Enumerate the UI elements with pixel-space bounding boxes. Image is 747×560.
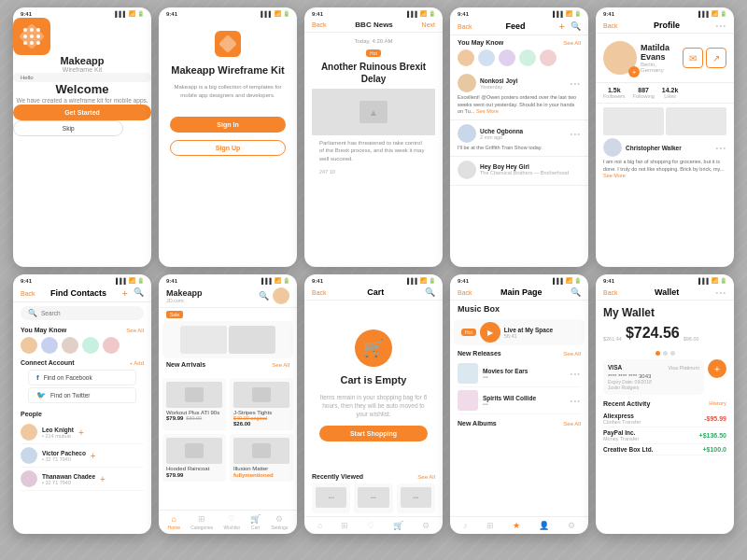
search-box[interactable]: 🔍 bbox=[21, 306, 144, 320]
search-mag-icon: 🔍 bbox=[28, 309, 37, 317]
rv-item-1[interactable]: ••• bbox=[312, 483, 350, 513]
share-icon[interactable]: ↗ bbox=[706, 48, 726, 68]
categories-icon: ⊞ bbox=[198, 514, 205, 524]
post-menu-p[interactable]: ••• bbox=[716, 144, 726, 152]
facebook-connect[interactable]: f Find on Facebook bbox=[28, 370, 136, 385]
search-input[interactable] bbox=[41, 310, 120, 316]
search-icon-4[interactable]: 🔍 bbox=[571, 21, 581, 31]
add-icon-4[interactable]: + bbox=[559, 21, 565, 32]
see-all-shop[interactable]: See All bbox=[272, 362, 289, 368]
app-sub: Wireframe Kit bbox=[13, 66, 151, 73]
post1-menu[interactable]: ••• bbox=[571, 79, 581, 88]
fb-label: Find on Facebook bbox=[44, 374, 92, 381]
start-shopping-button[interactable]: Start Shopping bbox=[319, 426, 428, 441]
signup-button[interactable]: Sign Up bbox=[170, 140, 286, 156]
back-button-5[interactable]: Back bbox=[603, 22, 618, 29]
avatar-1 bbox=[458, 49, 474, 66]
add-card-button[interactable]: + bbox=[708, 359, 726, 378]
track2-menu[interactable]: ••• bbox=[571, 397, 581, 405]
hot-badge-music: Hot bbox=[461, 329, 476, 336]
add-icon-6[interactable]: + bbox=[122, 287, 128, 299]
nav-cart[interactable]: 🛒 Cart bbox=[250, 514, 261, 530]
product-4[interactable]: Illusion Matter fullymentioned bbox=[230, 434, 293, 482]
nav-listens-9[interactable]: ♪ bbox=[463, 521, 468, 530]
get-started-button[interactable]: Get Started bbox=[13, 105, 151, 120]
intro-title: Makeapp Wireframe Kit bbox=[171, 64, 285, 76]
settings-icon-9: ⚙ bbox=[568, 521, 575, 530]
phone-profile: 9:41 ▌▌▌ 📶 🔋 Back Profile ••• + Matilda … bbox=[596, 7, 734, 267]
post1-more[interactable]: See More bbox=[476, 108, 499, 114]
post2-menu[interactable]: ••• bbox=[571, 130, 581, 138]
creative-name: Creative Box Ltd. bbox=[603, 446, 653, 453]
post1-time: Yesterday bbox=[480, 84, 517, 90]
victor-add-button[interactable]: + bbox=[91, 451, 96, 461]
search-icon-6[interactable]: 🔍 bbox=[134, 287, 144, 299]
logo-inner bbox=[218, 35, 237, 53]
nav-profile-9[interactable]: 👤 bbox=[539, 521, 549, 530]
back-button-9[interactable]: Back bbox=[458, 289, 472, 296]
home-label: Home bbox=[168, 525, 180, 530]
intro-desc: Makeapp is a big collection of templates… bbox=[170, 83, 286, 100]
profile-menu[interactable]: ••• bbox=[716, 21, 726, 30]
product-2[interactable]: J-Stripes Tights $49.99 original $26.00 bbox=[230, 378, 293, 430]
rv-item-3[interactable]: ••• bbox=[397, 483, 435, 513]
back-button-3[interactable]: Back bbox=[312, 21, 327, 28]
nav-categories[interactable]: ⊞ Categories bbox=[190, 514, 213, 530]
visa-card[interactable]: VISA Visa Platinum **** **** **** 3043 E… bbox=[603, 359, 704, 395]
nav-settings-8[interactable]: ⚙ bbox=[422, 521, 430, 530]
signin-button[interactable]: Sign In bbox=[170, 117, 286, 133]
back-button-6[interactable]: Back bbox=[21, 290, 35, 297]
app-logo bbox=[13, 18, 50, 55]
play-button[interactable]: ▶ bbox=[480, 322, 500, 343]
product-1[interactable]: Workout Plus ATI 90s $79.99 $89.99 bbox=[162, 378, 226, 430]
message-icon[interactable]: ✉ bbox=[683, 48, 703, 68]
thanawan-add-button[interactable]: + bbox=[100, 474, 106, 484]
balance-main-amount: $724.56 bbox=[626, 325, 680, 342]
wallet-menu[interactable]: ••• bbox=[716, 288, 726, 297]
user-avatar-7[interactable] bbox=[273, 287, 289, 304]
leo-add-button[interactable]: + bbox=[78, 427, 84, 438]
nav-discover-9[interactable]: ⊞ bbox=[486, 521, 494, 530]
nav-home[interactable]: ⌂ Home bbox=[168, 514, 180, 530]
bottom-nav-7: ⌂ Home ⊞ Categories ♡ Wishlist 🛒 Cart ⚙ … bbox=[159, 510, 297, 534]
nav-settings-9[interactable]: ⚙ bbox=[568, 521, 575, 530]
post-more-p[interactable]: See More bbox=[603, 173, 626, 178]
search-icon-8[interactable]: 🔍 bbox=[425, 287, 435, 297]
nav-categories-8[interactable]: ⊞ bbox=[341, 521, 348, 530]
search-icon-7[interactable]: 🔍 bbox=[259, 291, 269, 301]
aliexpress-sub: Clothes Transfer bbox=[603, 419, 641, 425]
twitter-connect[interactable]: 🐦 Find on Twitter bbox=[28, 387, 136, 403]
see-all-music2[interactable]: See All bbox=[563, 421, 581, 427]
nav-home-8[interactable]: ⌂ bbox=[317, 521, 322, 530]
profile-stats: 1.5k Followers 887 Following 14.2k Likes bbox=[596, 83, 734, 104]
track1-name: Movies for Ears bbox=[483, 368, 566, 374]
wallet-main-title: My Wallet bbox=[603, 306, 726, 319]
product-3[interactable]: Hooded Raincoat $79.99 bbox=[162, 434, 226, 482]
back-button-4[interactable]: Back bbox=[458, 23, 472, 30]
skip-button[interactable]: Skip bbox=[13, 120, 123, 136]
post2-text-p: I am not a big fan of shopping for groce… bbox=[603, 159, 726, 180]
nav-wishlist[interactable]: ♡ Wishlist bbox=[224, 514, 240, 530]
people-title: People bbox=[21, 411, 42, 417]
nav-fav-9[interactable]: ★ bbox=[513, 521, 520, 530]
rv-item-2[interactable]: ••• bbox=[354, 483, 392, 513]
time-3: 9:41 bbox=[312, 11, 323, 17]
see-all-6[interactable]: See All bbox=[126, 328, 144, 333]
nav-settings[interactable]: ⚙ Settings bbox=[271, 514, 288, 530]
see-all-4[interactable]: See All bbox=[563, 40, 581, 46]
activity-creative: Creative Box Ltd. +$100.0 bbox=[603, 444, 726, 455]
promo-banner bbox=[162, 321, 293, 358]
next-button-3[interactable]: Next bbox=[422, 21, 435, 28]
add-label-6[interactable]: + Add bbox=[129, 360, 144, 366]
history-link[interactable]: History bbox=[709, 400, 726, 407]
search-icon-9[interactable]: 🔍 bbox=[571, 287, 581, 297]
back-button-10[interactable]: Back bbox=[603, 289, 618, 296]
back-button-8[interactable]: Back bbox=[312, 289, 327, 296]
nav-wishlist-8[interactable]: ♡ bbox=[367, 521, 374, 530]
see-all-cart[interactable]: See All bbox=[417, 474, 435, 480]
track1-menu[interactable]: ••• bbox=[571, 370, 581, 378]
shop-logo: Makeapp bbox=[166, 288, 203, 298]
see-all-music1[interactable]: See All bbox=[563, 351, 581, 357]
add-avatar-button[interactable]: + bbox=[628, 66, 640, 77]
nav-cart-8[interactable]: 🛒 bbox=[393, 521, 403, 530]
